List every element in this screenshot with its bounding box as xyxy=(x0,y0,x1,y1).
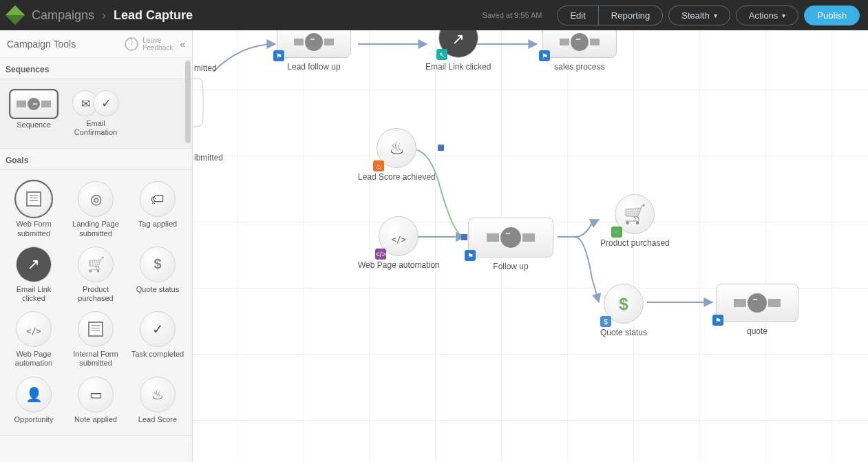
node-lead-score-achieved[interactable]: ♨ ♨ Lead Score achieved xyxy=(358,128,436,182)
sidebar-title: Campaign Tools xyxy=(7,39,125,50)
node-quote[interactable]: ⚑ quote xyxy=(716,284,798,336)
check-circle-icon: ✓ xyxy=(140,311,176,347)
id-card-icon: ▭ xyxy=(78,377,114,412)
target-icon: ◎ xyxy=(78,181,114,217)
section-sequences: Sequence ✉ ✓ Email Confirmation xyxy=(0,78,192,149)
section-label-goals: Goals xyxy=(0,149,192,169)
code-icon xyxy=(16,311,52,347)
flame-icon: ♨ ♨ xyxy=(377,128,416,168)
chevron-down-icon: ▾ xyxy=(714,12,717,19)
tool-lead-score[interactable]: ♨ Lead Score xyxy=(127,372,189,428)
flame-badge-icon: ♨ xyxy=(373,160,384,171)
section-goals: Web Form submitted ◎ Landing Page submit… xyxy=(0,169,192,435)
dollar-icon: $ xyxy=(604,284,644,324)
app-logo-icon xyxy=(6,6,25,25)
sidebar-scroll[interactable]: Sequences Sequence ✉ ✓ Email Con xyxy=(0,58,192,462)
tool-opportunity[interactable]: 👤 Opportunity xyxy=(3,372,65,428)
sequence-box: ⚑ xyxy=(277,30,351,58)
sidebar-header: Campaign Tools Leave Feedback « xyxy=(0,30,192,58)
leave-feedback-button[interactable]: Leave Feedback xyxy=(125,36,173,52)
publish-button[interactable]: Publish xyxy=(804,6,860,25)
node-web-page-automation[interactable]: </> Web Page automation xyxy=(358,216,440,270)
sequence-box: ⚑ xyxy=(468,218,553,258)
node-product-purchased[interactable]: 🛒 Product purchased xyxy=(600,194,670,248)
node-follow-up[interactable]: ⚑ Follow up xyxy=(468,218,553,271)
node-quote-status[interactable]: $ Quote status xyxy=(600,284,647,337)
form-icon xyxy=(78,311,114,347)
cart-badge-icon: 🛒 xyxy=(611,227,622,238)
smiley-icon xyxy=(125,37,138,51)
truncated-label: mitted xyxy=(194,63,217,73)
flag-icon: ⚑ xyxy=(465,250,476,261)
code-icon: </> xyxy=(379,216,419,256)
code-badge-icon: </> xyxy=(375,249,386,260)
tool-internal-form-submitted[interactable]: Internal Form submitted xyxy=(65,307,127,372)
tool-task-completed[interactable]: ✓ Task completed xyxy=(127,307,189,372)
cursor-icon xyxy=(16,246,52,282)
chevron-down-icon: ▾ xyxy=(782,12,785,19)
tool-web-form-submitted[interactable]: Web Form submitted xyxy=(3,177,65,242)
section-label-sequences: Sequences xyxy=(0,58,192,78)
cursor-badge-icon: ↖ xyxy=(436,49,447,60)
tool-web-page-automation[interactable]: Web Page automation xyxy=(3,307,65,372)
breadcrumb-current: Lead Capture xyxy=(114,8,193,22)
tag-icon: 🏷 xyxy=(140,181,176,217)
cart-icon xyxy=(78,246,114,282)
tool-quote-status[interactable]: $ Quote status xyxy=(127,242,189,307)
tool-sequence[interactable]: Sequence xyxy=(3,86,65,141)
flag-icon: ⚑ xyxy=(539,50,550,61)
breadcrumb-root[interactable]: Campaigns xyxy=(32,8,94,22)
tool-landing-page-submitted[interactable]: ◎ Landing Page submitted xyxy=(65,177,127,242)
stealth-dropdown[interactable]: Stealth▾ xyxy=(668,6,730,25)
save-status: Saved at 9:55 AM xyxy=(483,11,542,19)
tool-note-applied[interactable]: ▭ Note applied xyxy=(65,372,127,428)
actions-dropdown[interactable]: Actions▾ xyxy=(736,6,799,25)
node-lead-follow-up[interactable]: ⚑ Lead follow up xyxy=(277,30,351,72)
breadcrumb-separator: › xyxy=(102,8,106,22)
tool-tag-applied[interactable]: 🏷 Tag applied xyxy=(127,177,189,242)
cursor-icon: ↖ xyxy=(438,30,478,58)
flag-icon: ⚑ xyxy=(712,315,723,326)
check-icon: ✓ xyxy=(93,90,119,116)
dollar-badge-icon: $ xyxy=(600,316,611,327)
tool-product-purchased[interactable]: Product purchased xyxy=(65,242,127,307)
sidebar-scrollbar[interactable] xyxy=(185,61,191,143)
flag-icon: ⚑ xyxy=(273,50,284,61)
sequence-icon xyxy=(10,90,57,118)
node-email-link-clicked[interactable]: ↖ Email Link clicked xyxy=(425,30,491,72)
edge-handle[interactable] xyxy=(438,145,444,151)
dollar-icon: $ xyxy=(140,246,176,282)
edit-button[interactable]: Edit xyxy=(557,6,598,25)
flame-icon: ♨ xyxy=(140,377,176,412)
truncated-label: ibmitted xyxy=(194,153,223,162)
cart-icon: 🛒 xyxy=(615,194,655,234)
tool-email-confirmation[interactable]: ✉ ✓ Email Confirmation xyxy=(65,86,127,141)
breadcrumb: Campaigns › Lead Capture xyxy=(32,8,193,23)
form-icon xyxy=(16,181,52,217)
sequence-box: ⚑ xyxy=(716,284,798,322)
collapse-sidebar-icon[interactable]: « xyxy=(180,39,185,50)
node-sales-process[interactable]: ⚑ sales process xyxy=(542,30,617,72)
app-header: Campaigns › Lead Capture Saved at 9:55 A… xyxy=(0,0,868,30)
edge-handle[interactable] xyxy=(461,234,467,240)
person-icon: 👤 xyxy=(16,377,52,412)
sidebar: Campaign Tools Leave Feedback « Sequence… xyxy=(0,30,193,462)
sequence-box: ⚑ xyxy=(542,30,617,58)
tool-email-link-clicked[interactable]: Email Link clicked xyxy=(3,242,65,307)
canvas[interactable]: mitted ibmitted ⚑ Lead follow up ↖ Email… xyxy=(193,30,868,462)
reporting-button[interactable]: Reporting xyxy=(599,6,663,25)
